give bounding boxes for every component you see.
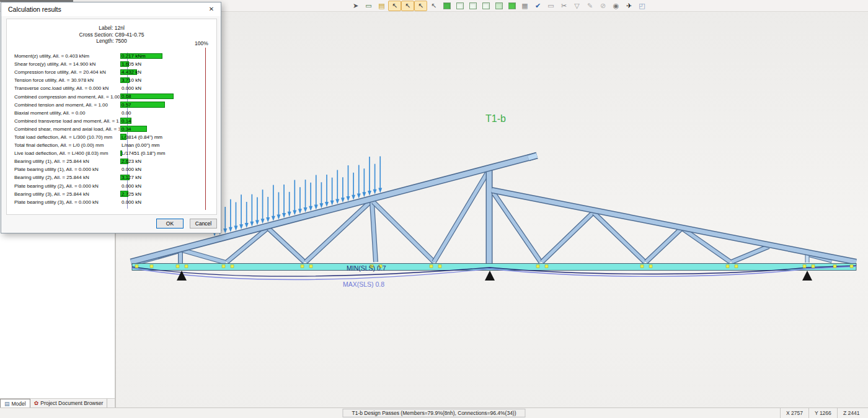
annotate-pen-icon[interactable]: ✎ [583,1,596,11]
dialog-buttons: OK Cancel [1,219,221,229]
utility-row: Total load deflection, All. = L/300 (10.… [7,133,216,141]
utility-row-label: Biaxial moment utility, All. = 0.00 [7,110,120,116]
measure-ruler-icon[interactable]: ▤ [375,1,388,11]
pane-tabbar: ▤Model✿Project Document Browser [0,398,115,407]
cascade-windows-icon[interactable]: ◰ [636,1,649,11]
utility-bar-value: 0.217 kNm [122,53,146,59]
select-label-icon[interactable]: ↖ [427,1,440,11]
utility-row-label: Combined transverse load and moment, All… [7,118,120,124]
select-point-icon[interactable]: ↖ [388,1,401,11]
utility-row-label: Combined compression and moment, All. = … [7,94,120,100]
tab-model[interactable]: ▤Model [0,399,30,407]
utility-row-label: Moment(z) utility, All. = 0.403 kNm [7,53,120,59]
utility-bar-cell: 2.725 kN [120,190,198,198]
utility-bar-cell: 0.34 [120,125,198,133]
utility-bar-value: 0.14 [122,118,131,124]
filter-icon[interactable]: ▽ [570,1,583,11]
utility-bar-cell: 1.605 kN [120,60,198,68]
member-length: Length: 7500 [7,38,216,45]
utility-row-label: Shear force(y) utility, All. = 14.900 kN [7,61,120,67]
utility-bar-value: L/17451 (0.18") mm [122,150,165,156]
utility-row-label: Transverse conc.load utility, All. = 0.0… [7,85,120,91]
member-label: Label: 12nl [7,25,216,32]
pin-icon[interactable]: ➤ [349,1,362,11]
results-panel: Label: 12nl Cross Section: C89-41-0.75 L… [6,19,217,215]
shaded-view-icon [482,2,490,9]
utility-row: Bearing utility (1), All. = 25.844 kN2.6… [7,157,216,165]
utility-row-label: Total final deflection, All. = L/0 (0.00… [7,142,120,148]
member-box-icon[interactable]: ▭ [544,1,557,11]
utility-bar-value: 1.605 kN [122,61,141,67]
utility-bar-value: 3.127 kN [122,175,141,180]
utility-bar-value: 0.000 kN [122,85,141,91]
utility-bar-cell: 3.127 kN [120,173,198,181]
coordinate-cell: X 2757 [780,408,808,418]
utility-bar-cell: 0.000 kN [120,198,198,206]
close-icon[interactable]: ✕ [202,2,221,15]
utility-row: Combined shear, moment and axial load, A… [7,125,216,133]
utility-row: Plate bearing utility (2), All. = 0.000 … [7,182,216,190]
pdb-tab-icon: ✿ [34,400,39,406]
approve-design-icon[interactable]: ✔ [531,1,544,11]
utility-rows: Moment(z) utility, All. = 0.403 kNm0.217… [7,52,216,206]
utility-bar-value: 2.623 kN [122,159,141,164]
export-model-icon [508,2,516,9]
utility-row: Plate bearing utility (3), All. = 0.000 … [7,198,216,206]
eraser-icon[interactable]: ⊘ [596,1,609,11]
dialog-titlebar[interactable]: Calculation results ✕ [1,2,221,16]
utility-bar-value: 0.57 [122,102,131,108]
zoom-area-icon[interactable]: ▭ [362,1,375,11]
utility-row: Tension force utility, All. = 30.978 kN3… [7,76,216,84]
utility-row-label: Tension force utility, All. = 30.978 kN [7,77,120,83]
hidden-line-view-icon[interactable] [466,1,479,11]
export-model-icon[interactable] [505,1,518,11]
cancel-button[interactable]: Cancel [190,219,217,229]
member-header: Label: 12nl Cross Section: C89-41-0.75 L… [7,25,216,45]
tab-label: Project Document Browser [40,400,103,406]
utility-bar-value: 3.710 kN [122,77,141,83]
shaded-view-icon[interactable] [479,1,492,11]
member-cross-section: Cross Section: C89-41-0.75 [7,32,216,38]
utility-row: Bearing utility (2), All. = 25.844 kN3.1… [7,173,216,181]
utility-bar-cell: 0.217 kNm [120,52,198,60]
utility-row-label: Compression force utility, All. = 20.404… [7,69,120,75]
utility-bar-cell: 0.68 [120,92,198,100]
cut-member-icon[interactable]: ✂ [557,1,570,11]
utility-row-label: Plate bearing utility (1), All. = 0.000 … [7,167,120,172]
utility-bar-cell: 0.000 kN [120,182,198,190]
utility-row: Biaxial moment utility, All. = 0.000.00 [7,109,216,117]
utility-bar-cell: 4.432 kN [120,68,198,76]
solid-view-icon[interactable] [440,1,453,11]
tab-label: Model [12,401,26,407]
application-window: ➤▭▤↖↖↖↖▦✔▭✂▽✎⊘◉✈◰ ▤Model✿Project Documen… [0,0,868,418]
model-canvas[interactable] [117,12,868,407]
tab-project-document-browser[interactable]: ✿Project Document Browser [30,399,108,407]
utility-row: Compression force utility, All. = 20.404… [7,68,216,76]
dialog-title: Calculation results [8,6,61,13]
utility-bar-value: 0.000 kN [122,183,141,189]
transparent-view-icon[interactable] [492,1,505,11]
wireframe-view-icon [456,2,464,9]
report-table-icon[interactable]: ▦ [518,1,531,11]
utility-row: Moment(z) utility, All. = 0.403 kNm0.217… [7,52,216,60]
utility-row: Live load deflection, All. = L/400 (8.03… [7,149,216,157]
utility-bar-value: 0.34 [122,126,131,132]
hidden-line-view-icon [469,2,477,9]
utility-bar-value: 0.000 kN [122,199,141,205]
model-tab-icon: ▤ [4,401,10,407]
utility-bar-cell: 0.000 kN [120,84,198,92]
wireframe-view-icon[interactable] [453,1,466,11]
ok-button[interactable]: OK [156,219,184,229]
utility-bar-cell: 2.623 kN [120,157,198,165]
utility-bar-cell: L/nan (0.00") mm [120,141,198,149]
utility-bar-value: L/nan (0.00") mm [122,142,160,148]
utility-row: Combined compression and moment, All. = … [7,92,216,100]
visibility-eye-icon[interactable]: ◉ [609,1,622,11]
coordinate-cell: Y 1266 [808,408,837,418]
select-plane-icon[interactable]: ↖ [414,1,427,11]
utility-row-label: Combined tension and moment, All. = 1.00 [7,102,120,108]
coordinate-cell: Z 2441 [837,408,866,418]
select-line-icon[interactable]: ↖ [401,1,414,11]
fly-through-icon[interactable]: ✈ [622,1,636,11]
utility-row-label: Live load deflection, All. = L/400 (8.03… [7,150,120,156]
